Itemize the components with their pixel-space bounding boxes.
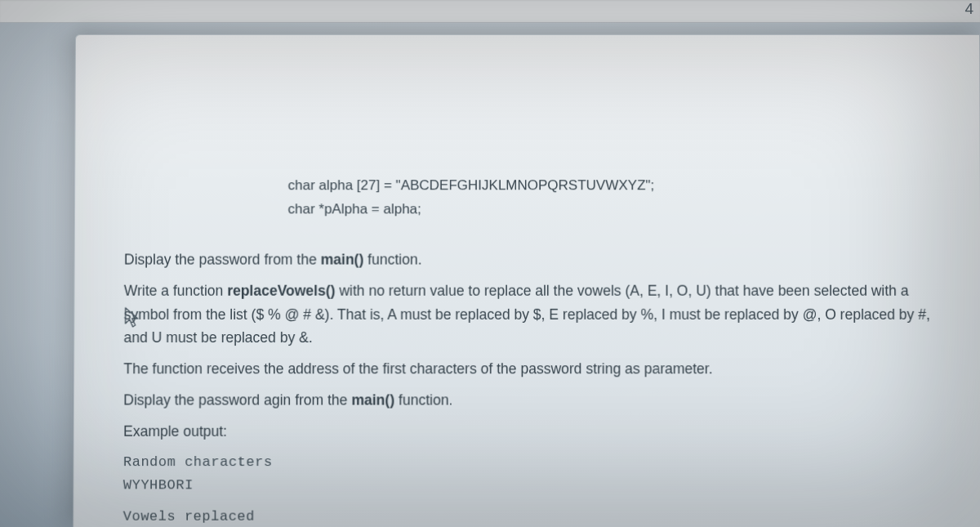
paragraph-display-again: Display the password agin from the main(… (123, 389, 932, 413)
code-line-1: char alpha [27] = "ABCDEFGHIJKLMNOPQRSTU… (288, 174, 931, 198)
output-heading-random: Random characters (123, 451, 932, 474)
text-run: function. (394, 392, 452, 409)
code-line-2: char *pAlpha = alpha; (287, 198, 930, 221)
text-run: Display the password agin from the (123, 392, 351, 409)
text-run: Display the password from the (124, 251, 321, 267)
top-strip (0, 0, 980, 23)
output-heading-vowels: Vowels replaced (123, 506, 933, 527)
example-output-block-1: Random characters WYYHBORI (123, 451, 932, 498)
replacevowels-fn-ref: replaceVowels() (227, 282, 335, 298)
main-fn-ref-2: main() (351, 392, 394, 409)
paragraph-function-param: The function receives the address of the… (123, 357, 931, 381)
main-fn-ref: main() (321, 251, 364, 267)
paragraph-example-output: Example output: (123, 420, 932, 444)
example-output-block-2: Vowels replaced WYYHB#R@ (122, 506, 932, 527)
paragraph-display-password: Display the password from the main() fun… (124, 248, 931, 271)
code-block: char alpha [27] = "ABCDEFGHIJKLMNOPQRSTU… (287, 174, 930, 221)
text-run: function. (363, 251, 421, 267)
page-number: 4 (964, 0, 973, 18)
body-text: Display the password from the main() fun… (122, 248, 932, 527)
document-page: char alpha [27] = "ABCDEFGHIJKLMNOPQRSTU… (73, 34, 980, 527)
output-value-random: WYYHBORI (123, 474, 932, 497)
paragraph-replace-vowels: Write a function replaceVowels() with no… (123, 279, 931, 350)
text-run: Write a function (124, 282, 228, 298)
viewport: 4 char alpha [27] = "ABCDEFGHIJKLMNOPQRS… (0, 0, 980, 527)
